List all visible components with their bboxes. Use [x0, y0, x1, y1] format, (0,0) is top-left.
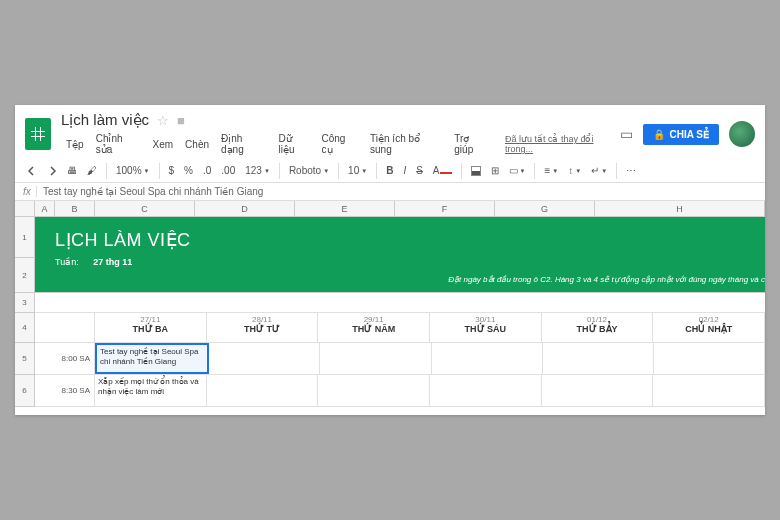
cell-h5[interactable]	[654, 343, 765, 374]
halign-button[interactable]: ≡▼	[540, 163, 562, 178]
sheets-logo[interactable]	[25, 118, 51, 150]
fill-color-button[interactable]	[467, 163, 485, 179]
cell-g5[interactable]	[543, 343, 654, 374]
valign-button[interactable]: ↕▼	[564, 163, 585, 178]
star-icon[interactable]: ☆	[157, 113, 169, 128]
wrap-button[interactable]: ↵▼	[587, 163, 611, 178]
menu-view[interactable]: Xem	[148, 137, 179, 152]
day-wed: 28/11THỨ TƯ	[207, 313, 319, 342]
row-headers: 1 2 3 4 5 6	[15, 217, 35, 407]
more-formats[interactable]: 123▼	[241, 163, 274, 178]
row-3[interactable]: 3	[15, 293, 34, 313]
day-tue: 27/11THỨ BA	[95, 313, 207, 342]
menu-bar: Tệp Chỉnh sửa Xem Chèn Định dạng Dữ liệu…	[61, 131, 620, 157]
strike-button[interactable]: S	[412, 162, 427, 179]
fx-label: fx	[15, 186, 37, 197]
format-currency[interactable]: $	[165, 162, 179, 179]
print-button[interactable]: 🖶	[63, 162, 81, 179]
banner: LỊCH LÀM VIỆC Tuần: 27 thg 11 Đặt ngày b…	[35, 217, 765, 293]
col-f[interactable]: F	[395, 201, 495, 216]
col-a[interactable]: A	[35, 201, 55, 216]
formula-input[interactable]: Test tay nghề tại Seoul Spa chi nhánh Ti…	[37, 186, 765, 197]
doc-title[interactable]: Lịch làm việc	[61, 111, 149, 129]
col-h[interactable]: H	[595, 201, 765, 216]
schedule-row-5: 8:00 SA Test tay nghề tại Seoul Spa chi …	[35, 343, 765, 375]
time-5[interactable]: 8:00 SA	[35, 343, 95, 374]
menu-edit[interactable]: Chỉnh sửa	[91, 131, 146, 157]
cell-e5[interactable]	[320, 343, 431, 374]
cell-c5[interactable]: Test tay nghề tại Seoul Spa chi nhánh Ti…	[95, 343, 209, 374]
menu-addons[interactable]: Tiện ích bổ sung	[365, 131, 447, 157]
col-g[interactable]: G	[495, 201, 595, 216]
app-window: Lịch làm việc ☆ ■ Tệp Chỉnh sửa Xem Chèn…	[15, 105, 765, 415]
font-size-select[interactable]: 10▼	[344, 163, 371, 178]
undo-button[interactable]	[23, 163, 41, 179]
grid[interactable]: LỊCH LÀM VIỆC Tuần: 27 thg 11 Đặt ngày b…	[35, 217, 765, 407]
format-percent[interactable]: %	[180, 162, 197, 179]
row-5[interactable]: 5	[15, 343, 34, 375]
text-color-button[interactable]: A	[429, 162, 456, 179]
menu-file[interactable]: Tệp	[61, 137, 89, 152]
zoom-select[interactable]: 100%▼	[112, 163, 154, 178]
day-sun: 02/12CHỦ NHẬT	[653, 313, 765, 342]
cell-g6[interactable]	[542, 375, 654, 406]
menu-insert[interactable]: Chèn	[180, 137, 214, 152]
day-header-row: 27/11THỨ BA 28/11THỨ TƯ 29/11THỨ NĂM 30/…	[35, 313, 765, 343]
time-6[interactable]: 8:30 SA	[35, 375, 95, 406]
column-headers: A B C D E F G H	[15, 201, 765, 217]
cell-e6[interactable]	[318, 375, 430, 406]
merge-button[interactable]: ▭▼	[505, 163, 530, 178]
cell-d5[interactable]	[209, 343, 320, 374]
paint-format-button[interactable]: 🖌	[83, 162, 101, 179]
row-3-spacer	[35, 293, 765, 313]
row-1[interactable]: 1	[15, 217, 34, 258]
menu-help[interactable]: Trợ giúp	[449, 131, 495, 157]
time-header	[35, 313, 95, 342]
share-label: CHIA SẺ	[669, 129, 709, 140]
menu-tools[interactable]: Công cụ	[317, 131, 364, 157]
week-value: 27 thg 11	[93, 257, 132, 267]
banner-title: LỊCH LÀM VIỆC	[55, 229, 745, 251]
borders-button[interactable]: ⊞	[487, 162, 503, 179]
cell-h6[interactable]	[653, 375, 765, 406]
cell-d6[interactable]	[207, 375, 319, 406]
redo-button[interactable]	[43, 163, 61, 179]
col-c[interactable]: C	[95, 201, 195, 216]
day-fri: 30/11THỨ SÁU	[430, 313, 542, 342]
menu-data[interactable]: Dữ liệu	[273, 131, 314, 157]
share-button[interactable]: 🔒 CHIA SẺ	[643, 124, 719, 145]
decrease-decimal[interactable]: .0	[199, 162, 215, 179]
row-2[interactable]: 2	[15, 258, 34, 293]
col-e[interactable]: E	[295, 201, 395, 216]
folder-icon[interactable]: ■	[177, 113, 185, 128]
save-status[interactable]: Đã lưu tất cả thay đổi trong...	[505, 134, 621, 154]
col-b[interactable]: B	[55, 201, 95, 216]
bold-button[interactable]: B	[382, 162, 397, 179]
row-6[interactable]: 6	[15, 375, 34, 407]
week-label: Tuần:	[55, 257, 79, 267]
menu-format[interactable]: Định dạng	[216, 131, 271, 157]
row-4[interactable]: 4	[15, 313, 34, 343]
sheet-body: 1 2 3 4 5 6 LỊCH LÀM VIỆC Tuần: 27 thg 1…	[15, 217, 765, 407]
italic-button[interactable]: I	[399, 162, 410, 179]
col-d[interactable]: D	[195, 201, 295, 216]
day-sat: 01/12THỨ BẢY	[542, 313, 654, 342]
toolbar: 🖶 🖌 100%▼ $ % .0 .00 123▼ Roboto▼ 10▼ B …	[15, 159, 765, 183]
lock-icon: 🔒	[653, 129, 665, 140]
cell-c6[interactable]: Xắp xếp mọi thứ ổn thỏa và nhận việc làm…	[95, 375, 207, 406]
increase-decimal[interactable]: .00	[217, 162, 239, 179]
formula-bar: fx Test tay nghề tại Seoul Spa chi nhánh…	[15, 183, 765, 201]
avatar[interactable]	[729, 121, 755, 147]
select-all-corner[interactable]	[15, 201, 35, 216]
banner-note: Đặt ngày bắt đầu trong ô C2. Hàng 3 và 4…	[448, 275, 765, 284]
cell-f5[interactable]	[432, 343, 543, 374]
cell-f6[interactable]	[430, 375, 542, 406]
more-button[interactable]: ⋯	[622, 162, 640, 179]
titlebar: Lịch làm việc ☆ ■ Tệp Chỉnh sửa Xem Chèn…	[15, 105, 765, 159]
comments-icon[interactable]: ▭	[620, 126, 633, 142]
day-thu: 29/11THỨ NĂM	[318, 313, 430, 342]
font-select[interactable]: Roboto▼	[285, 163, 333, 178]
schedule-row-6: 8:30 SA Xắp xếp mọi thứ ổn thỏa và nhận …	[35, 375, 765, 407]
